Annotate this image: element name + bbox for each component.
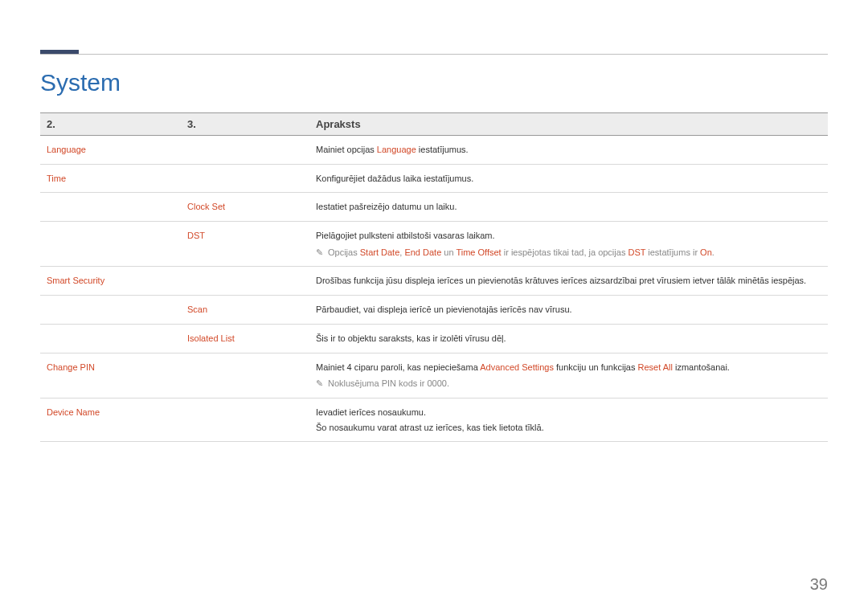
text: Pielāgojiet pulksteni atbilstoši vasaras… (316, 228, 821, 243)
text-red: DST (628, 247, 645, 257)
setting-label-time: Time (47, 174, 66, 183)
pencil-icon: ✎ (316, 245, 323, 260)
note-text: Opcijas Start Date, End Date un Time Off… (328, 245, 714, 260)
text-red: On (700, 247, 712, 257)
setting-desc: Konfigurējiet dažādus laika iestatījumus… (309, 164, 828, 193)
pencil-icon: ✎ (316, 376, 323, 391)
header-col-1: 2. (40, 113, 181, 136)
setting-desc: Šis ir to objektu saraksts, kas ir izolē… (309, 324, 828, 353)
setting-label-clock-set: Clock Set (187, 202, 225, 211)
table-row: Language Mainiet opcijas Language iestat… (40, 136, 828, 165)
setting-desc: Pārbaudiet, vai displeja ierīcē un pievi… (309, 296, 828, 325)
table-row: Scan Pārbaudiet, vai displeja ierīcē un … (40, 296, 828, 325)
page-number: 39 (810, 575, 828, 594)
settings-table: 2. 3. Apraksts Language Mainiet opcijas … (40, 112, 828, 442)
table-row: Smart Security Drošības funkcija jūsu di… (40, 267, 828, 296)
setting-desc: Drošības funkcija jūsu displeja ierīces … (309, 267, 828, 296)
text-red: End Date (404, 247, 441, 257)
setting-desc: Mainiet 4 ciparu paroli, kas nepieciešam… (309, 353, 828, 398)
text-red: Start Date (360, 247, 400, 257)
setting-desc: Iestatiet pašreizējo datumu un laiku. (309, 193, 828, 222)
document-page: System 2. 3. Apraksts Language Mainiet o… (0, 0, 868, 613)
text: Šo nosaukumu varat atrast uz ierīces, ka… (316, 420, 821, 435)
setting-label-change-pin: Change PIN (47, 362, 95, 372)
text-red: Time Offset (456, 247, 501, 257)
text: izmantošanai. (673, 362, 730, 372)
setting-desc: Mainiet opcijas Language iestatījumus. (309, 136, 828, 165)
table-row: Change PIN Mainiet 4 ciparu paroli, kas … (40, 353, 828, 398)
note-text: Noklusējuma PIN kods ir 0000. (328, 376, 449, 391)
table-row: DST Pielāgojiet pulksteni atbilstoši vas… (40, 222, 828, 267)
text: Mainiet opcijas (316, 145, 377, 154)
text-red: Advanced Settings (480, 362, 554, 372)
setting-desc: Ievadiet ierīces nosaukumu. Šo nosaukumu… (309, 398, 828, 441)
table-row: Isolated List Šis ir to objektu saraksts… (40, 324, 828, 353)
text: iestatījums ir (645, 247, 700, 257)
setting-label-language: Language (47, 145, 86, 154)
text: Ievadiet ierīces nosaukumu. (316, 405, 821, 420)
setting-label-dst: DST (187, 231, 205, 240)
text: ir iespējotas tikai tad, ja opcijas (502, 247, 628, 257)
page-title: System (40, 69, 828, 96)
setting-desc: Pielāgojiet pulksteni atbilstoši vasaras… (309, 222, 828, 267)
setting-label-isolated-list: Isolated List (187, 333, 235, 343)
text: un (441, 247, 456, 257)
text: . (712, 247, 714, 257)
setting-label-smart-security: Smart Security (47, 276, 104, 285)
setting-label-scan: Scan (187, 304, 207, 314)
text: funkciju un funkcijas (554, 362, 638, 372)
text: Opcijas (328, 247, 360, 257)
table-row: Clock Set Iestatiet pašreizējo datumu un… (40, 193, 828, 222)
text-red: Language (377, 145, 416, 154)
header-col-3: Apraksts (309, 113, 828, 136)
table-row: Device Name Ievadiet ierīces nosaukumu. … (40, 398, 828, 441)
text: Mainiet 4 ciparu paroli, kas nepieciešam… (316, 362, 480, 372)
setting-label-device-name: Device Name (47, 407, 100, 417)
text-red: Reset All (638, 362, 673, 372)
text: iestatījumus. (416, 145, 469, 154)
table-row: Time Konfigurējiet dažādus laika iestatī… (40, 164, 828, 193)
table-header-row: 2. 3. Apraksts (40, 113, 828, 136)
header-col-2: 3. (181, 113, 309, 136)
header-rule (40, 54, 828, 55)
